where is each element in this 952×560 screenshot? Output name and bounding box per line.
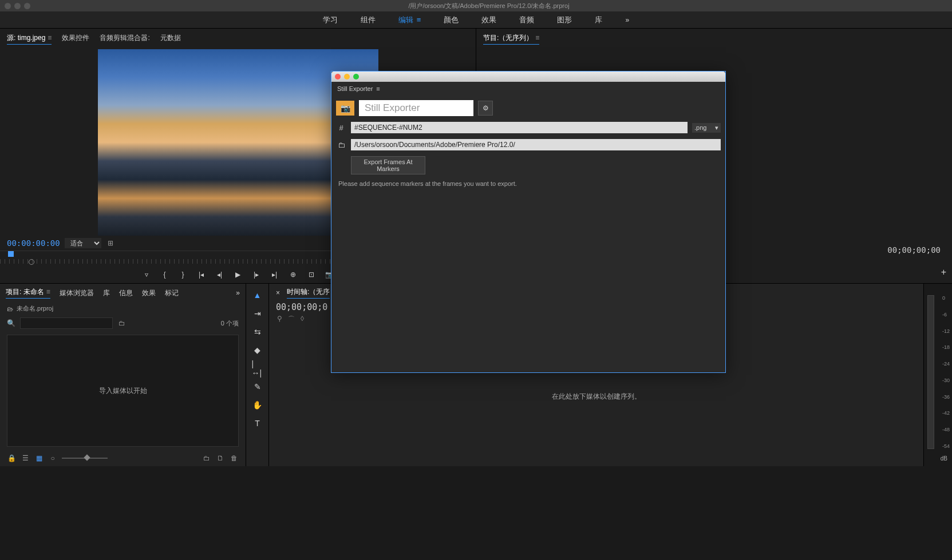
output-path-input[interactable] xyxy=(351,139,721,150)
menu-color[interactable]: 颜色 xyxy=(432,11,470,29)
maximize-icon[interactable] xyxy=(24,3,30,9)
window-titlebar: /用户/orsoon/文稿/Adobe/Premiere Pro/12.0/未命… xyxy=(0,0,952,11)
pen-tool-icon[interactable]: ✎ xyxy=(252,381,263,392)
tab-metadata[interactable]: 元数据 xyxy=(160,33,181,45)
minimize-icon[interactable] xyxy=(14,3,21,9)
project-drop-area[interactable]: 导入媒体以开始 xyxy=(7,335,239,447)
bin-icon: 🗁 xyxy=(7,305,13,312)
button-editor-icon[interactable]: + xyxy=(941,267,946,277)
meter-scale: 0-6 -12-18 -24-30 -36-42 -48-54 xyxy=(942,295,950,449)
project-file-label: 未命名.prproj xyxy=(17,304,53,313)
tabs-overflow[interactable]: » xyxy=(236,289,240,297)
zoom-handle[interactable] xyxy=(29,259,34,265)
tab-effects-panel[interactable]: 效果 xyxy=(142,288,156,298)
maximize-icon[interactable] xyxy=(353,74,359,80)
mark-out-icon[interactable]: } xyxy=(178,269,188,280)
icon-view-icon[interactable]: ▦ xyxy=(34,454,44,463)
still-exporter-title: Still Exporter xyxy=(359,100,473,116)
hash-icon: # xyxy=(336,124,346,132)
project-panel: 项目: 未命名≡ 媒体浏览器 库 信息 效果 标记 » 🗁 未命名.prproj… xyxy=(0,284,246,466)
tab-audio-clip-mixer[interactable]: 音频剪辑混合器: xyxy=(100,33,149,45)
settings-button[interactable]: ⚙ xyxy=(478,101,493,116)
panel-menu-icon[interactable]: ≡ xyxy=(48,34,52,42)
step-back-icon[interactable]: ◂| xyxy=(215,269,225,280)
menu-effects[interactable]: 效果 xyxy=(470,11,508,29)
camera-icon: 📷 xyxy=(336,101,354,116)
item-count: 0 个项 xyxy=(221,319,239,328)
linked-selection-icon[interactable]: ⌒ xyxy=(288,315,295,324)
tab-markers[interactable]: 标记 xyxy=(165,288,179,298)
extension-dropdown[interactable]: .png▾ xyxy=(692,123,721,133)
new-bin-button[interactable]: 🗀 xyxy=(202,454,211,463)
marker-add-icon[interactable]: ◊ xyxy=(301,315,304,324)
type-tool-icon[interactable]: T xyxy=(252,418,263,429)
export-frames-button[interactable]: Export Frames At Markers xyxy=(351,156,425,174)
filename-pattern-input[interactable] xyxy=(351,122,688,133)
menu-assembly[interactable]: 组件 xyxy=(349,11,387,29)
go-to-in-icon[interactable]: |◂ xyxy=(196,269,207,280)
workspace-menubar: 学习 组件 编辑 颜色 效果 音频 图形 库 » xyxy=(0,11,952,29)
track-select-tool-icon[interactable]: ⇥ xyxy=(252,308,263,319)
playhead-icon[interactable] xyxy=(8,251,14,257)
meter-unit: dB xyxy=(941,455,947,462)
program-timecode-out[interactable]: 00;00;00;00 xyxy=(887,245,941,255)
snap-icon[interactable]: ⚲ xyxy=(277,315,282,324)
tools-panel: ▲ ⇥ ⇆ ◆ |↔| ✎ ✋ T xyxy=(246,284,269,466)
panel-menu-icon[interactable]: ≡ xyxy=(535,34,539,42)
razor-tool-icon[interactable]: ◆ xyxy=(252,344,263,356)
project-search-input[interactable] xyxy=(20,317,113,329)
tab-effect-controls[interactable]: 效果控件 xyxy=(62,33,89,45)
minimize-icon[interactable] xyxy=(344,74,350,80)
settings-icon[interactable]: ⊞ xyxy=(106,239,115,248)
audio-meter-bar xyxy=(927,295,934,449)
tab-media-browser[interactable]: 媒体浏览器 xyxy=(60,288,94,298)
tab-source[interactable]: 源: timg.jpeg≡ xyxy=(7,33,52,45)
freeform-view-icon[interactable]: ○ xyxy=(48,454,57,463)
go-to-out-icon[interactable]: ▸| xyxy=(270,269,280,280)
still-exporter-tab[interactable]: Still Exporter xyxy=(337,85,373,92)
trash-icon[interactable]: 🗑 xyxy=(230,454,239,463)
menu-learn[interactable]: 学习 xyxy=(311,11,349,29)
overwrite-icon[interactable]: ⊡ xyxy=(306,269,317,280)
folder-icon: 🗀 xyxy=(336,141,346,149)
tab-program[interactable]: 节目:（无序列）≡ xyxy=(483,33,539,45)
zoom-fit-dropdown[interactable]: 适合 xyxy=(65,238,101,248)
slip-tool-icon[interactable]: |↔| xyxy=(252,363,263,374)
menu-more[interactable]: » xyxy=(614,13,641,27)
search-icon: 🔍 xyxy=(7,319,15,327)
still-exporter-window: Still Exporter ≡ 📷 Still Exporter ⚙ # .p… xyxy=(331,71,726,373)
tab-project[interactable]: 项目: 未命名≡ xyxy=(6,287,50,299)
modal-titlebar[interactable] xyxy=(331,72,725,82)
window-title: /用户/orsoon/文稿/Adobe/Premiere Pro/12.0/未命… xyxy=(30,2,947,10)
close-icon[interactable] xyxy=(335,74,341,80)
source-timecode-in[interactable]: 00:00:00:00 xyxy=(7,239,60,248)
chevron-down-icon: ▾ xyxy=(715,124,718,132)
close-icon[interactable] xyxy=(5,3,11,9)
panel-menu-icon[interactable]: ≡ xyxy=(46,288,50,296)
close-tab-icon[interactable]: × xyxy=(276,289,280,297)
write-lock-icon[interactable]: 🔒 xyxy=(7,454,16,463)
marker-icon[interactable]: ▿ xyxy=(141,269,152,280)
menu-audio[interactable]: 音频 xyxy=(508,11,546,29)
step-forward-icon[interactable]: |▸ xyxy=(251,269,262,280)
hand-tool-icon[interactable]: ✋ xyxy=(252,399,263,411)
selection-tool-icon[interactable]: ▲ xyxy=(252,289,263,301)
tab-libraries[interactable]: 库 xyxy=(103,288,110,298)
menu-libraries[interactable]: 库 xyxy=(583,11,614,29)
tab-timeline[interactable]: 时间轴:（无序 xyxy=(287,287,330,299)
new-bin-icon[interactable]: 🗀 xyxy=(117,319,127,328)
zoom-slider[interactable] xyxy=(62,458,108,459)
tab-info[interactable]: 信息 xyxy=(119,288,133,298)
ripple-edit-tool-icon[interactable]: ⇆ xyxy=(252,326,263,337)
panel-menu-icon[interactable]: ≡ xyxy=(376,85,380,92)
instruction-message: Please add sequence markers at the frame… xyxy=(338,180,721,187)
mark-in-icon[interactable]: { xyxy=(160,269,170,280)
menu-editing[interactable]: 编辑 xyxy=(387,11,433,29)
play-icon[interactable]: ▶ xyxy=(233,269,243,280)
insert-icon[interactable]: ⊕ xyxy=(288,269,298,280)
menu-graphics[interactable]: 图形 xyxy=(546,11,583,29)
new-item-icon[interactable]: 🗋 xyxy=(216,454,225,463)
audio-meter-panel: 0-6 -12-18 -24-30 -36-42 -48-54 dB xyxy=(923,284,952,466)
list-view-icon[interactable]: ☰ xyxy=(21,454,30,463)
